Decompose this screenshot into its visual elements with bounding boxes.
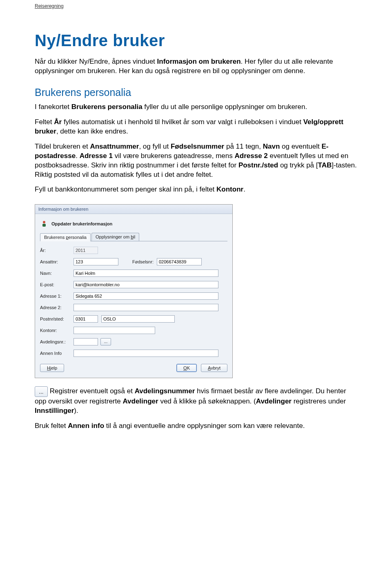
text: Når du klikker Ny/Endre, åpnes vinduet — [35, 58, 157, 65]
text: ). — [74, 407, 78, 414]
label-ansattnr: Ansattnr: — [40, 259, 74, 264]
postnr-input[interactable] — [74, 315, 98, 323]
dialog-header: Oppdater brukerinformasjon — [40, 218, 227, 233]
adresse2-input[interactable] — [74, 304, 218, 311]
text-bold: Postnr./sted — [238, 161, 278, 169]
text-bold: Avdelingsnummer — [135, 388, 195, 395]
tab-text: Brukerens — [44, 235, 66, 240]
text: . — [76, 152, 79, 160]
text: og eventuelt — [280, 143, 321, 150]
text-bold: Informasjon om brukeren — [157, 58, 241, 65]
paragraph: I fanekortet Brukerens personalia fyller… — [35, 102, 357, 112]
doc-running-header: Reiseregning — [0, 0, 392, 9]
text-bold: Annen info — [68, 422, 104, 430]
tab-text: ersonalia — [68, 235, 87, 240]
text-bold: Fødselsnummer — [171, 143, 224, 150]
avdelingsnr-input[interactable] — [74, 338, 98, 345]
btn-text: vbryt — [211, 365, 220, 370]
label-epost: E-post: — [40, 282, 74, 287]
text: . — [243, 185, 245, 193]
dialog-information-about-user: Informasjon om brukeren Oppdater brukeri… — [35, 204, 233, 378]
text: og trykk på [ — [278, 161, 318, 169]
btn-key: H — [47, 365, 50, 370]
text-bold: Navn — [263, 143, 280, 150]
tab-strip: Brukerens personalia Opplysninger om bil — [40, 233, 227, 241]
ansattnr-input[interactable] — [74, 258, 118, 265]
sted-input[interactable] — [101, 315, 175, 323]
svg-rect-1 — [42, 224, 46, 227]
page-title: Ny/Endre bruker — [35, 31, 357, 50]
text: Registrer eventuelt også et — [48, 388, 135, 395]
dialog-header-label: Oppdater brukerinformasjon — [51, 221, 112, 226]
text: I fanekortet — [35, 103, 71, 111]
text-bold: Adresse 2 — [235, 152, 268, 160]
label-adresse1: Adresse 1: — [40, 294, 74, 299]
svg-point-0 — [43, 221, 45, 223]
tab-text: Opplysninger om — [96, 234, 131, 239]
lookup-button-inline[interactable]: ... — [35, 386, 48, 397]
kontonr-input[interactable] — [74, 327, 155, 334]
epost-input[interactable] — [74, 281, 218, 288]
paragraph: Bruk feltet Annen info til å angi eventu… — [35, 421, 357, 431]
tab-personalia[interactable]: Brukerens personalia — [40, 233, 91, 241]
navn-input[interactable] — [74, 270, 218, 277]
text-bold: Ansattnummer — [90, 143, 139, 150]
label-avdelingsnr: Avdelingsnr.: — [40, 339, 74, 344]
label-postnr-sted: Postnr/sted: — [40, 316, 74, 321]
section-heading: Brukerens personalia — [35, 87, 357, 98]
annen-info-input[interactable] — [74, 350, 218, 357]
year-field: 2011 — [74, 247, 98, 254]
avdelingsnr-lookup-button[interactable]: ... — [100, 338, 111, 345]
paragraph: ... Registrer eventuelt også et Avdeling… — [35, 386, 357, 416]
person-icon — [41, 221, 47, 227]
text: registreres under — [292, 397, 346, 405]
label-year: År: — [40, 248, 74, 253]
btn-text: jelp — [50, 365, 57, 370]
text-bold: Kontonr — [216, 185, 243, 193]
tab-text: il — [133, 234, 135, 239]
label-fodselsnr: Fødselsnr: — [132, 259, 154, 264]
fodselsnr-input[interactable] — [157, 258, 202, 265]
text: fyller du ut alle personlige opplysninge… — [143, 103, 307, 111]
text: på 11 tegn, — [224, 143, 263, 150]
text: fylles automatisk ut i henhold til hvilk… — [62, 118, 303, 126]
label-navn: Navn: — [40, 271, 74, 276]
text: Tildel brukeren et — [35, 143, 90, 150]
tab-car-info[interactable]: Opplysninger om bil — [91, 233, 139, 241]
text: , dette kan ikke endres. — [56, 127, 128, 135]
text-bold: Brukerens personalia — [71, 103, 143, 111]
paragraph: Fyll ut bankkontonummeret som penger ska… — [35, 185, 357, 194]
paragraph: Feltet År fylles automatisk ut i henhold… — [35, 118, 357, 136]
text: Fyll ut bankkontonummeret som penger ska… — [35, 185, 216, 193]
paragraph: Tildel brukeren et Ansattnummer, og fyll… — [35, 142, 357, 180]
label-adresse2: Adresse 2: — [40, 305, 74, 310]
text: Bruk feltet — [35, 422, 68, 430]
label-kontonr: Kontonr: — [40, 328, 74, 333]
text: , og fyll ut — [139, 143, 170, 150]
ok-button[interactable]: OK — [176, 364, 197, 372]
text: til å angi eventuelle andre opplysninger… — [104, 422, 305, 430]
btn-key: O — [183, 365, 187, 370]
adresse1-input[interactable] — [74, 292, 218, 300]
text-bold: TAB — [318, 161, 332, 169]
text: Feltet — [35, 118, 54, 126]
text-bold: Innstillinger — [35, 407, 74, 414]
help-button[interactable]: Hjelp — [40, 364, 64, 372]
text-bold: Adresse 1 — [80, 152, 113, 160]
label-annen-info: Annen Info — [40, 351, 74, 356]
dialog-titlebar: Informasjon om brukeren — [35, 205, 232, 214]
btn-text: K — [187, 365, 190, 370]
text-bold: Avdelinger — [256, 397, 292, 405]
intro-paragraph: Når du klikker Ny/Endre, åpnes vinduet I… — [35, 57, 357, 76]
text-bold: År — [54, 118, 62, 126]
text-bold: Avdelinger — [122, 397, 158, 405]
text: ved å klikke på søkeknappen. ( — [158, 397, 256, 405]
text: vil være brukerens gateadresse, mens — [113, 152, 235, 160]
cancel-button[interactable]: Avbryt — [201, 364, 227, 372]
